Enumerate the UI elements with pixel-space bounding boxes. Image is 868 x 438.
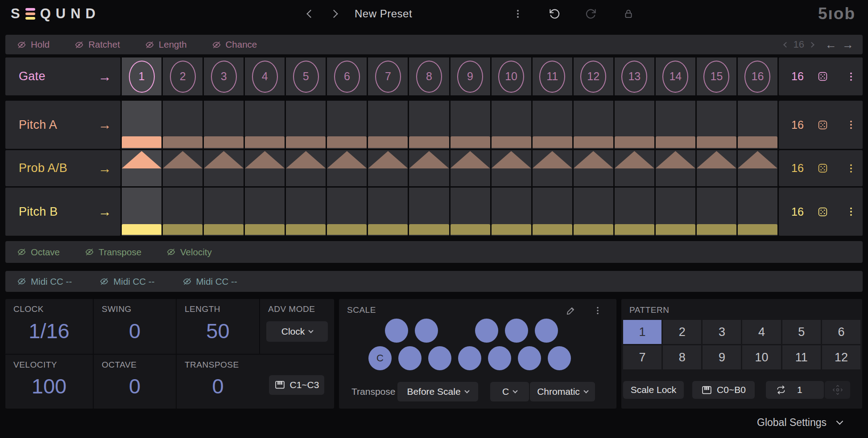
step-gate-10[interactable]: 10 [492,57,531,95]
toggle-length-3[interactable]: Length [145,39,187,50]
pattern-slot-1[interactable]: 1 [623,320,661,344]
step-prob-ab-14[interactable] [656,150,695,186]
step-gate-7[interactable]: 7 [368,57,408,95]
row-menu-icon[interactable] [846,71,856,82]
step-pitch-a-15[interactable] [697,101,736,149]
scale-key-c[interactable]: C [368,346,392,370]
scale-key-f[interactable] [458,346,481,370]
toggle-transpose-2[interactable]: Transpose [85,247,141,258]
step-prob-ab-10[interactable] [492,150,531,186]
octave-cell[interactable]: OCTAVE 0 [94,355,176,409]
scale-key-fsharp[interactable] [475,319,498,343]
transpose-cell[interactable]: TRANSPOSE 0 C1~C3 [177,355,334,409]
pattern-slot-10[interactable]: 10 [742,345,781,369]
chevron-down-icon[interactable] [836,418,843,425]
randomize-dice-icon[interactable] [817,119,828,131]
step-gate-9[interactable]: 9 [451,57,490,95]
toggle-midi-cc-1[interactable]: Midi CC -- [17,276,72,287]
step-pitch-a-11[interactable] [533,101,572,149]
step-prob-ab-2[interactable] [163,150,203,186]
transpose-mode-dropdown[interactable]: Before Scale [397,382,478,401]
scale-lock-button[interactable]: Scale Lock [623,381,684,399]
row-arrow-icon[interactable]: → [98,117,112,132]
step-prob-ab-12[interactable] [574,150,613,186]
pattern-key-range-button[interactable]: C0~B0 [692,381,755,399]
pattern-slot-6[interactable]: 6 [822,320,860,344]
step-pitch-b-12[interactable] [574,188,613,236]
swing-cell[interactable]: SWING 0 [94,299,176,354]
step-pitch-a-7[interactable] [368,101,408,149]
row-pitch-b-header[interactable]: Pitch B → [5,188,120,236]
step-pitch-a-13[interactable] [615,101,654,149]
step-pitch-a-2[interactable] [163,101,203,149]
adv-mode-dropdown[interactable]: Clock [266,321,328,342]
pattern-slot-4[interactable]: 4 [742,320,781,344]
step-prob-ab-6[interactable] [327,150,367,186]
step-pitch-b-5[interactable] [286,188,326,236]
step-gate-14[interactable]: 14 [656,57,695,95]
shift-right-icon[interactable]: → [842,39,854,50]
scale-key-csharp[interactable] [385,319,408,343]
step-count[interactable]: 16 [791,70,804,83]
row-menu-icon[interactable] [846,206,856,217]
row-arrow-icon[interactable]: → [98,204,112,219]
step-pitch-a-14[interactable] [656,101,695,149]
step-gate-15[interactable]: 15 [697,57,736,95]
step-pitch-a-6[interactable] [327,101,367,149]
pattern-slot-11[interactable]: 11 [782,345,821,369]
scale-key-a[interactable] [518,346,541,370]
randomize-dice-icon[interactable] [817,71,828,82]
step-count[interactable]: 16 [791,205,804,218]
preset-prev-icon[interactable] [306,10,314,18]
step-count[interactable]: 16 [791,162,804,175]
step-pitch-a-12[interactable] [574,101,613,149]
step-pitch-a-1[interactable] [122,101,161,149]
row-prob-ab-header[interactable]: Prob A/B → [5,150,120,186]
step-gate-4[interactable]: 4 [245,57,285,95]
randomize-dice-icon[interactable] [817,163,828,174]
step-prob-ab-15[interactable] [697,150,736,186]
randomize-dice-icon[interactable] [817,206,828,217]
step-prob-ab-3[interactable] [204,150,244,186]
step-pitch-b-1[interactable] [122,188,161,236]
preset-name[interactable]: New Preset [355,8,412,20]
step-pitch-b-11[interactable] [533,188,572,236]
shift-left-icon[interactable]: ← [825,39,837,50]
toggle-hold-1[interactable]: Hold [17,39,50,50]
page-next-icon[interactable] [809,42,814,48]
step-prob-ab-9[interactable] [451,150,490,186]
step-pitch-b-13[interactable] [615,188,654,236]
page-prev-icon[interactable] [783,42,789,48]
row-arrow-icon[interactable]: → [98,69,112,84]
step-pitch-b-3[interactable] [204,188,244,236]
step-pitch-b-16[interactable] [738,188,777,236]
toggle-velocity-3[interactable]: Velocity [166,247,212,258]
pattern-move-button[interactable] [825,381,850,399]
step-pitch-b-4[interactable] [245,188,285,236]
toggle-midi-cc-2[interactable]: Midi CC -- [99,276,154,287]
root-note-dropdown[interactable]: C [490,382,529,401]
key-range-button[interactable]: C1~C3 [269,375,324,395]
length-cell[interactable]: LENGTH 50 [177,299,259,354]
step-gate-16[interactable]: 16 [738,57,777,95]
scale-key-b[interactable] [548,346,571,370]
row-pitch-a-header[interactable]: Pitch A → [5,101,120,149]
step-pitch-b-9[interactable] [451,188,490,236]
scale-key-g[interactable] [488,346,511,370]
row-gate-header[interactable]: Gate → [5,57,120,95]
step-prob-ab-1[interactable] [122,150,161,186]
step-pitch-a-8[interactable] [409,101,449,149]
step-pitch-a-16[interactable] [738,101,777,149]
step-gate-11[interactable]: 11 [533,57,572,95]
step-pitch-a-9[interactable] [451,101,490,149]
step-pitch-b-14[interactable] [656,188,695,236]
toggle-chance-4[interactable]: Chance [212,39,257,50]
scale-type-dropdown[interactable]: Chromatic [530,382,595,401]
step-prob-ab-7[interactable] [368,150,408,186]
pattern-slot-8[interactable]: 8 [663,345,701,369]
scale-key-dsharp[interactable] [415,319,438,343]
step-pitch-a-10[interactable] [492,101,531,149]
pattern-slot-7[interactable]: 7 [623,345,661,369]
step-prob-ab-16[interactable] [738,150,777,186]
step-pitch-b-2[interactable] [163,188,203,236]
